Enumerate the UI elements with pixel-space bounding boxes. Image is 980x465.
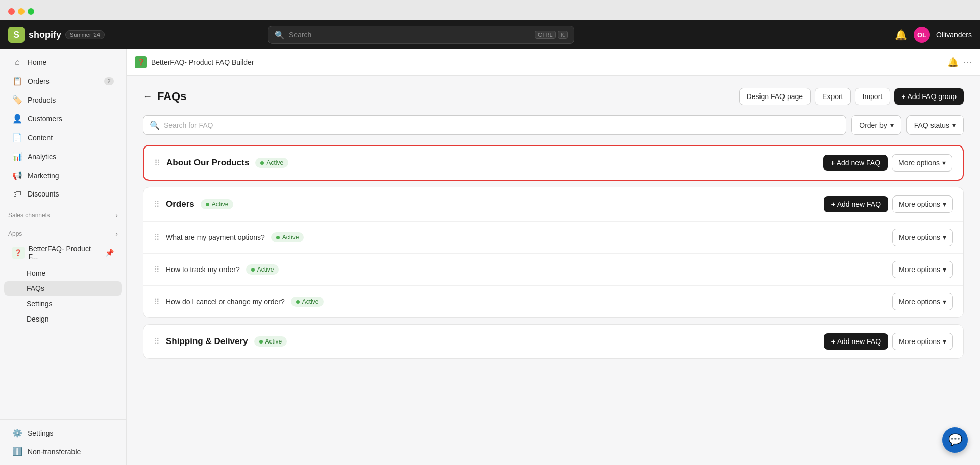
faq-search-container[interactable]: 🔍 [143,115,846,135]
drag-handle-icon[interactable]: ⠿ [154,233,160,242]
design-faq-page-button[interactable]: Design FAQ page [739,88,811,105]
faq-item-title: How do I cancel or change my order? [166,298,285,306]
drag-handle-icon[interactable]: ⠿ [154,200,160,209]
more-options-button-about[interactable]: More options ▾ [892,154,952,172]
more-options-label: More options [899,233,940,241]
add-faq-group-button[interactable]: + Add FAQ group [894,88,964,105]
sub-design-label: Design [27,315,49,323]
more-options-button-shipping[interactable]: More options ▾ [892,333,953,350]
group-actions-shipping: + Add new FAQ More options ▾ [824,333,953,350]
sidebar-sub-item-design[interactable]: Design [4,312,122,326]
chat-button[interactable]: 💬 [942,427,968,453]
faq-item-actions-3: More options ▾ [892,293,953,310]
close-button[interactable] [8,8,15,15]
orders-icon: 📋 [12,76,22,86]
page-title: FAQs [157,90,186,103]
sidebar-item-content[interactable]: 📄 Content [4,129,122,146]
apps-arrow-icon[interactable]: › [115,230,118,238]
order-by-filter-button[interactable]: Order by ▾ [851,115,901,135]
products-icon: 🏷️ [12,95,22,105]
add-new-faq-button-about[interactable]: + Add new FAQ [823,155,888,171]
maximize-button[interactable] [28,8,34,15]
sidebar-item-analytics[interactable]: 📊 Analytics [4,148,122,165]
add-new-faq-button-shipping[interactable]: + Add new FAQ [824,333,888,350]
shopify-brand-name: shopify [29,30,61,40]
status-label: Active [282,234,299,241]
faq-search-icon: 🔍 [150,120,160,130]
add-new-faq-button-orders[interactable]: + Add new FAQ [824,196,888,212]
sidebar-item-label: Discounts [28,190,59,198]
sidebar-bottom: ⚙️ Settings ℹ️ Non-transferable [0,419,126,461]
pin-icon[interactable]: 📌 [105,249,114,257]
sidebar-item-settings-main[interactable]: ⚙️ Settings [4,424,122,442]
more-options-chevron-icon: ▾ [942,159,946,167]
sidebar-item-orders[interactable]: 📋 Orders 2 [4,72,122,90]
sidebar-sub-item-home[interactable]: Home [4,266,122,280]
sidebar-item-customers[interactable]: 👤 Customers [4,110,122,128]
logo[interactable]: S shopify Summer '24 [8,27,105,43]
status-dot-icon [206,203,209,206]
sidebar-sub-item-settings[interactable]: Settings [4,297,122,311]
sidebar-item-label: Products [28,96,56,104]
more-options-button-orders[interactable]: More options ▾ [892,195,953,213]
faq-status-filter-button[interactable]: FAQ status ▾ [906,115,964,135]
drag-handle-icon[interactable]: ⠿ [154,337,160,347]
faq-item-cancel-order: ⠿ How do I cancel or change my order? Ac… [143,286,963,317]
sidebar-item-betterfaq-app[interactable]: ❓ BetterFAQ- Product F... 📌 [4,240,122,265]
sec-header: ❓ BetterFAQ- Product FAQ Builder 🔔 ⋯ [127,49,980,76]
export-button[interactable]: Export [815,88,850,105]
more-options-button-faq-1[interactable]: More options ▾ [892,229,953,246]
shopify-logo-icon: S [8,27,24,43]
more-options-button-faq-3[interactable]: More options ▾ [892,293,953,310]
content-icon: 📄 [12,133,22,142]
status-badge-faq-2: Active [246,264,279,275]
sidebar-item-products[interactable]: 🏷️ Products [4,91,122,109]
minimize-button[interactable] [18,8,24,15]
status-label: Active [212,201,229,208]
status-badge-orders: Active [201,199,234,209]
traffic-lights [8,8,34,15]
sidebar-item-discounts[interactable]: 🏷 Discounts [4,185,122,203]
more-options-button-faq-2[interactable]: More options ▾ [892,261,953,278]
app-header-icon: ❓ [135,56,147,68]
sec-header-more-button[interactable]: ⋯ [963,57,972,68]
sidebar-item-non-transferable[interactable]: ℹ️ Non-transferable [4,443,122,460]
drag-handle-icon[interactable]: ⠿ [154,297,160,307]
sec-header-notification-button[interactable]: 🔔 [947,57,959,68]
more-options-label-orders: More options [899,200,940,208]
avatar-initials: OL [917,31,926,39]
sidebar-item-marketing[interactable]: 📢 Marketing [4,166,122,184]
status-badge-faq-3: Active [291,297,324,307]
drag-handle-icon[interactable]: ⠿ [154,265,160,275]
sub-settings-label: Settings [27,300,53,308]
faq-search-input[interactable] [164,121,840,129]
sub-faqs-label: FAQs [27,284,44,292]
sidebar-item-label: Analytics [28,153,56,161]
topbar: S shopify Summer '24 🔍 CTRL K 🔔 OL Olliv… [0,20,980,49]
betterfaq-app-name: BetterFAQ- Product F... [29,244,101,261]
home-icon: ⌂ [12,58,22,67]
faq-item-actions-1: More options ▾ [892,229,953,246]
status-dot-icon [260,161,264,165]
group-actions-about-our-products: + Add new FAQ More options ▾ [823,154,952,172]
global-search-bar[interactable]: 🔍 CTRL K [268,26,574,44]
faq-group-about-our-products: ⠿ About Our Products Active + Add new FA… [143,145,964,181]
group-title-shipping-delivery: Shipping & Delivery [166,336,248,347]
sidebar-sub-item-faqs[interactable]: FAQs [4,281,122,296]
status-label: Active [302,298,319,305]
page-title-row: ← FAQs [143,90,186,103]
notification-icon[interactable]: 🔔 [895,29,908,41]
marketing-icon: 📢 [12,170,22,180]
chevron-down-icon: ▾ [943,233,946,241]
order-by-chevron-icon: ▾ [890,121,894,129]
faq-item-title: How to track my order? [166,265,240,274]
back-arrow-icon[interactable]: ← [143,91,152,102]
import-button[interactable]: Import [855,88,891,105]
status-dot-icon [251,268,255,272]
sales-channels-arrow-icon[interactable]: › [115,211,118,219]
avatar[interactable]: OL [914,27,930,43]
filter-row: 🔍 Order by ▾ FAQ status ▾ [143,115,964,135]
global-search-input[interactable] [289,31,531,39]
drag-handle-icon[interactable]: ⠿ [154,158,160,168]
sidebar-item-home[interactable]: ⌂ Home [4,54,122,71]
